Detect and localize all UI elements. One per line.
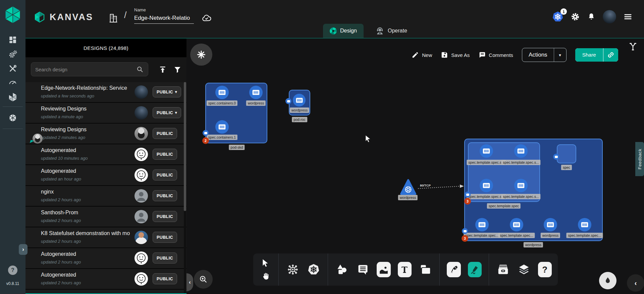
expand-right-dock-button[interactable]: ‹	[627, 274, 644, 292]
error-count-badge[interactable]: 2	[202, 137, 209, 144]
pen-tool[interactable]	[447, 262, 461, 277]
node-container[interactable]	[510, 218, 523, 231]
designs-scrollbar[interactable]	[184, 82, 186, 294]
user-avatar[interactable]	[603, 10, 616, 23]
pod-kind-badge	[465, 192, 471, 198]
copy-link-icon[interactable]	[603, 48, 618, 62]
design-row[interactable]: Autogenerated updated 10 minutes ago PUB…	[25, 144, 186, 164]
comment-tool[interactable]	[356, 262, 370, 277]
text-tool[interactable]	[398, 262, 412, 277]
expand-rail-button[interactable]: ›	[19, 244, 28, 255]
design-row[interactable]: Autogenerated updated an hour ago PUBLIC	[25, 165, 186, 185]
error-count-badge[interactable]: 3	[464, 198, 471, 205]
visibility-badge[interactable]: PUBLIC	[153, 149, 177, 160]
image-tool[interactable]	[377, 262, 390, 277]
components-tool[interactable]	[286, 262, 300, 277]
sidebar-item-kanvas[interactable]	[5, 112, 20, 124]
rail-divider	[3, 106, 23, 107]
pan-hand-tool[interactable]	[259, 271, 271, 282]
node-container[interactable]	[475, 218, 489, 231]
feedback-tab[interactable]: Feedback	[635, 142, 644, 176]
sidebar-item-toolbox[interactable]	[5, 62, 20, 75]
node-label: spec	[561, 165, 572, 170]
share-button[interactable]: Share	[575, 48, 618, 62]
filter-designs-button[interactable]	[172, 64, 183, 75]
sidebar-item-meshery-catalog[interactable]	[5, 91, 20, 103]
tab-operate[interactable]: Operate	[369, 24, 414, 38]
frame-tool[interactable]	[419, 262, 432, 277]
scrollbar-thumb[interactable]	[184, 82, 186, 211]
node-container[interactable]	[480, 144, 493, 158]
design-row[interactable]: K8 Statefulset demonstration with mo upd…	[25, 227, 186, 247]
y-branch-icon	[628, 42, 638, 52]
help-button[interactable]: ?	[8, 266, 17, 275]
node-container[interactable]	[544, 218, 557, 231]
collapse-panel-tab[interactable]: ‹	[186, 273, 193, 291]
design-title: Autogenerated	[41, 251, 131, 257]
layers-tool[interactable]	[517, 262, 531, 277]
shapes-tool[interactable]	[335, 262, 349, 277]
node-container[interactable]	[578, 218, 591, 231]
node-container[interactable]	[293, 94, 306, 106]
operator-headset-icon	[375, 26, 384, 35]
collaborator-cursor	[33, 134, 43, 144]
node-service[interactable]	[400, 179, 417, 196]
design-name-input[interactable]	[134, 14, 194, 24]
notifications-button[interactable]	[587, 12, 596, 21]
kubernetes-tool[interactable]	[307, 262, 320, 277]
snowflake-icon	[196, 50, 206, 60]
design-row[interactable]: Reviewing Designs updated 2 minutes ago …	[25, 124, 186, 144]
zoom-button[interactable]	[194, 270, 213, 289]
visibility-badge[interactable]: PUBLIC	[153, 169, 177, 180]
design-row[interactable]: nginx updated 2 hours ago PUBLIC	[25, 186, 186, 206]
node-label: wordpress	[246, 100, 266, 106]
design-canvas[interactable]: New Save As Comments	[186, 39, 644, 294]
node-container[interactable]	[514, 179, 528, 192]
design-row[interactable]: Santhosh-Prom updated 2 hours ago PUBLIC	[25, 207, 186, 227]
sidebar-item-settings[interactable]	[5, 48, 20, 61]
visibility-badge[interactable]: PUBLIC	[153, 190, 177, 201]
visibility-badge[interactable]: PUBLIC	[153, 128, 177, 139]
components-drawer-tool[interactable]	[496, 262, 510, 277]
help-tool[interactable]: ?	[538, 262, 552, 277]
cluster-context-button[interactable]	[190, 44, 212, 66]
cloud-saved-icon[interactable]	[201, 13, 212, 25]
visibility-badge[interactable]: PUBLIC▾	[153, 107, 181, 118]
visibility-badge[interactable]: PUBLIC	[153, 252, 177, 264]
kubernetes-context-button[interactable]: 1	[552, 11, 564, 22]
tab-design[interactable]: Design	[323, 24, 364, 38]
design-owner-avatar	[135, 85, 148, 99]
error-count-badge[interactable]: 3	[462, 235, 468, 242]
quick-action-button[interactable]	[599, 272, 616, 289]
node-container[interactable]	[215, 86, 229, 99]
sidebar-item-dashboard[interactable]	[5, 33, 20, 46]
design-row[interactable]: Autogenerated updated 2 hours ago PUBLIC	[25, 269, 186, 289]
meshery-logo[interactable]	[4, 6, 22, 24]
node-container[interactable]	[215, 120, 229, 134]
search-input[interactable]	[35, 67, 136, 72]
actions-button[interactable]: Actions ▾	[522, 48, 567, 62]
node-pod-template[interactable]	[468, 142, 540, 202]
node-container[interactable]	[249, 86, 263, 99]
versions-branch-button[interactable]	[628, 42, 638, 53]
design-row[interactable]: Edge-Network-Relationship: Service updat…	[25, 82, 186, 102]
select-cursor-tool[interactable]	[259, 257, 271, 269]
save-as-button[interactable]: Save As	[441, 51, 470, 59]
freehand-draw-tool[interactable]	[468, 262, 482, 277]
upload-design-button[interactable]	[157, 64, 168, 75]
menu-button[interactable]	[623, 12, 633, 21]
node-container[interactable]	[514, 144, 528, 158]
design-row[interactable]: Reviewing Designs updated a minute ago P…	[25, 103, 186, 123]
comments-button[interactable]: Comments	[478, 51, 513, 59]
design-row[interactable]: Autogenerated updated 2 hours ago PUBLIC	[25, 248, 186, 268]
node-spec[interactable]	[557, 144, 576, 163]
organization-button[interactable]	[108, 13, 119, 23]
node-container[interactable]	[480, 179, 493, 192]
visibility-badge[interactable]: PUBLIC	[153, 211, 177, 222]
visibility-badge[interactable]: PUBLIC	[153, 273, 177, 284]
settings-button[interactable]	[571, 12, 580, 21]
visibility-badge[interactable]: PUBLIC	[153, 232, 177, 243]
sidebar-item-performance[interactable]	[5, 76, 20, 89]
visibility-badge[interactable]: PUBLIC▾	[153, 86, 181, 97]
new-design-button[interactable]: New	[412, 51, 432, 59]
